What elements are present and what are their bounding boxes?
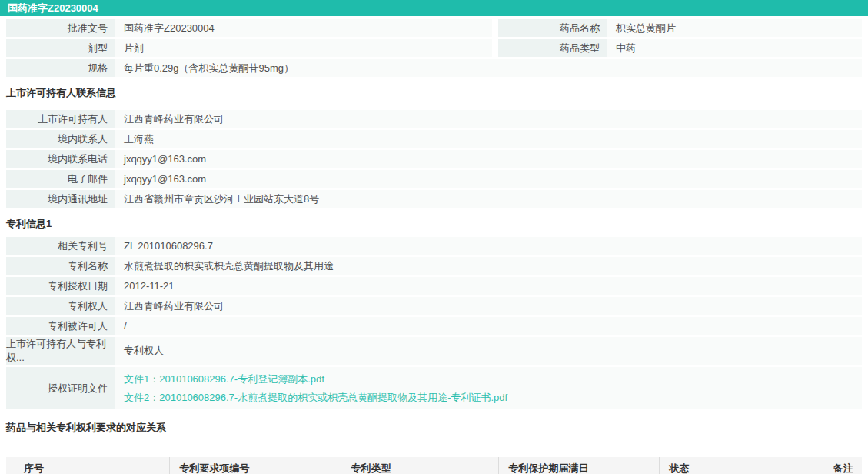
field-value-drug-type: 中药 [607,39,862,57]
field-label-email: 电子邮件 [6,170,115,188]
field-row: 专利授权日期 2012-11-21 [6,277,862,295]
field-row: 规格 每片重0.29g（含枳实总黄酮苷95mg） [6,59,862,77]
field-row: 专利权人 江西青峰药业有限公司 [6,297,862,315]
field-value-dosage-form: 片剂 [115,39,492,57]
field-label-patent-name: 专利名称 [6,257,115,275]
drug-patent-detail: 批准文号 国药准字Z20230004 药品名称 枳实总黄酮片 剂型 片剂 药品类… [0,16,868,474]
field-label-contact-person: 境内联系人 [6,130,115,148]
column-header-expiry-date: 专利保护期届满日 [498,457,659,474]
field-row: 批准文号 国药准字Z20230004 药品名称 枳实总黄酮片 [6,19,862,37]
field-label-drug-type: 药品类型 [498,39,607,57]
field-label-patentee: 专利权人 [6,297,115,315]
field-value-spec: 每片重0.29g（含枳实总黄酮苷95mg） [115,59,862,77]
field-label-dosage-form: 剂型 [6,39,115,57]
field-value-holder: 江西青峰药业有限公司 [115,110,862,128]
section-title-holder-contact: 上市许可持有人联系信息 [6,86,862,100]
claims-table: 序号 专利要求项编号 专利类型 专利保护期届满日 状态 备注 1 1-12 中药… [6,457,862,474]
field-value-certificate-files: 文件1：201010608296.7-专利登记簿副本.pdf 文件2：20101… [115,367,862,409]
field-label-holder-patentee-relation: 上市许可持有人与专利权... [6,337,115,365]
field-label-address: 境内通讯地址 [6,190,115,208]
field-row: 专利名称 水煎煮提取的枳实或枳壳总黄酮提取物及其用途 [6,257,862,275]
field-label-holder: 上市许可持有人 [6,110,115,128]
holder-contact-section: 上市许可持有人 江西青峰药业有限公司 境内联系人 王海燕 境内联系电话 jxqq… [6,110,862,208]
field-value-address: 江西省赣州市章贡区沙河工业园站东大道8号 [115,190,862,208]
field-label-approval-no: 批准文号 [6,19,115,37]
field-value-patent-name: 水煎煮提取的枳实或枳壳总黄酮提取物及其用途 [115,257,862,275]
field-row: 上市许可持有人 江西青峰药业有限公司 [6,110,862,128]
field-label-certificate-files: 授权证明文件 [6,367,115,409]
section-title-patent-info: 专利信息1 [6,217,862,231]
field-label-spec: 规格 [6,59,115,77]
field-row: 境内联系人 王海燕 [6,130,862,148]
field-row: 境内联系电话 jxqqyy1@163.com [6,150,862,168]
section-title-claims-correspondence: 药品与相关专利权利要求的对应关系 [6,421,862,435]
field-value-contact-phone: jxqqyy1@163.com [115,150,862,168]
patent-info-section: 相关专利号 ZL 201010608296.7 专利名称 水煎煮提取的枳实或枳壳… [6,237,862,409]
field-row: 上市许可持有人与专利权... 专利权人 [6,337,862,365]
field-row: 境内通讯地址 江西省赣州市章贡区沙河工业园站东大道8号 [6,190,862,208]
field-label-patent-no: 相关专利号 [6,237,115,255]
field-value-contact-person: 王海燕 [115,130,862,148]
column-header-seq-no: 序号 [6,457,169,474]
field-value-patent-no: ZL 201010608296.7 [115,237,862,255]
approval-number-banner: 国药准字Z20230004 [0,0,868,16]
patent-certificate-pdf-link[interactable]: 文件2：201010608296.7-水煎煮提取的枳实或枳壳总黄酮提取物及其用途… [124,389,507,406]
column-header-patent-type: 专利类型 [341,457,498,474]
field-value-grant-date: 2012-11-21 [115,277,862,295]
field-label-contact-phone: 境内联系电话 [6,150,115,168]
field-value-patentee: 江西青峰药业有限公司 [115,297,862,315]
field-row: 电子邮件 jxqqyy1@163.com [6,170,862,188]
claims-table-header-row: 序号 专利要求项编号 专利类型 专利保护期届满日 状态 备注 [6,457,862,474]
field-value-email: jxqqyy1@163.com [115,170,862,188]
field-row: 授权证明文件 文件1：201010608296.7-专利登记簿副本.pdf 文件… [6,367,862,409]
field-value-approval-no: 国药准字Z20230004 [115,19,492,37]
field-label-grant-date: 专利授权日期 [6,277,115,295]
field-row: 剂型 片剂 药品类型 中药 [6,39,862,57]
field-row: 专利被许可人 / [6,317,862,335]
patent-register-copy-pdf-link[interactable]: 文件1：201010608296.7-专利登记簿副本.pdf [124,371,324,387]
field-value-drug-name: 枳实总黄酮片 [607,19,862,37]
field-label-licensee: 专利被许可人 [6,317,115,335]
column-header-claim-items: 专利要求项编号 [169,457,341,474]
field-label-drug-name: 药品名称 [498,19,607,37]
basic-info-section: 批准文号 国药准字Z20230004 药品名称 枳实总黄酮片 剂型 片剂 药品类… [6,19,862,77]
page-title: 国药准字Z20230004 [8,2,98,14]
column-header-remarks: 备注 [823,457,862,474]
field-row: 相关专利号 ZL 201010608296.7 [6,237,862,255]
column-header-status: 状态 [659,457,823,474]
field-value-holder-patentee-relation: 专利权人 [115,337,862,365]
field-value-licensee: / [115,317,862,335]
